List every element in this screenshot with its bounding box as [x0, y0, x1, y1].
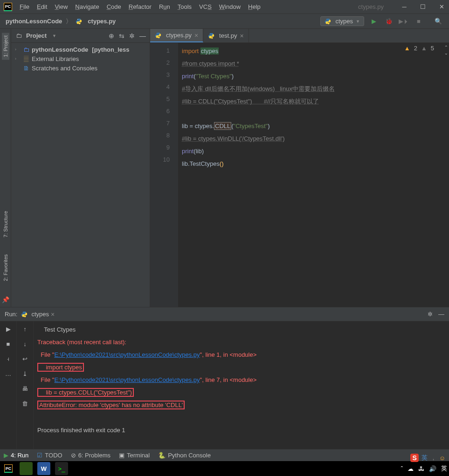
- folder-icon: 🗀: [22, 46, 30, 53]
- python-file-icon: [208, 33, 214, 39]
- dropdown-arrow-icon[interactable]: ▼: [52, 34, 56, 38]
- warning-icon: ▲: [404, 45, 410, 52]
- chevron-right-icon[interactable]: ›: [15, 47, 21, 52]
- run-button[interactable]: ▶: [369, 16, 379, 27]
- ime-indicator[interactable]: S 英 ， ☺: [409, 453, 446, 463]
- weak-warning-count: 5: [431, 45, 434, 52]
- bottom-terminal-tab[interactable]: ▣Terminal: [119, 452, 150, 459]
- settings-gear-icon[interactable]: ✲: [129, 32, 135, 40]
- tree-external-libs[interactable]: › 𝄛 External Libraries: [11, 54, 150, 63]
- tree-item-label: External Libraries: [32, 55, 79, 62]
- close-tab-icon[interactable]: ×: [51, 311, 55, 318]
- line-number: 10: [150, 154, 170, 166]
- tray-ime-icon[interactable]: 英: [441, 464, 447, 473]
- ime-emoji-icon[interactable]: ☺: [439, 455, 445, 462]
- close-tab-icon[interactable]: ×: [240, 32, 243, 40]
- collapse-panel-icon[interactable]: —: [139, 32, 146, 40]
- tray-network-icon[interactable]: 🖧: [418, 465, 424, 472]
- taskbar-word-icon[interactable]: W: [37, 462, 50, 475]
- breadcrumb-file[interactable]: ctypes.py: [88, 18, 116, 25]
- taskbar-app-icon[interactable]: [20, 462, 33, 475]
- taskbar-terminal-icon[interactable]: >_: [55, 462, 68, 475]
- stop-button: ■: [414, 16, 424, 27]
- search-button[interactable]: 🔍: [433, 16, 443, 27]
- rerun-button[interactable]: ▶: [4, 324, 13, 333]
- titlebar: PC File Edit View Navigate Code Refactor…: [0, 0, 449, 14]
- up-stack-icon[interactable]: ↑: [21, 324, 30, 333]
- locate-icon[interactable]: ⊕: [109, 32, 114, 40]
- run-header: Run: ctypes × ✲ —: [0, 307, 449, 321]
- fold-controls[interactable]: ˆˇ: [445, 45, 447, 60]
- menu-vcs[interactable]: VCS: [199, 3, 212, 10]
- menu-code[interactable]: Code: [107, 3, 121, 10]
- tree-root-suffix: [python_less: [92, 46, 129, 53]
- editor-body[interactable]: 1 2 3 4 5 6 7 8 9 10 import ctypes #from…: [150, 43, 449, 307]
- editor-tab-bar: ctypes.py × test.py ×: [150, 29, 449, 43]
- settings-gear-icon[interactable]: ✲: [428, 311, 433, 318]
- bottom-run-tab[interactable]: ▶4: Run: [4, 452, 28, 459]
- bottom-pyconsole-tab[interactable]: 🐍Python Console: [158, 452, 211, 459]
- print-icon[interactable]: 🖶: [21, 384, 30, 393]
- line-number: 3: [150, 69, 170, 81]
- scratch-icon: 🗎: [22, 64, 30, 72]
- soft-wrap-icon[interactable]: ↩: [21, 354, 30, 363]
- taskbar: PC W >_ ˆ ☁ 🖧 🔊 英: [0, 461, 449, 476]
- window-close-icon[interactable]: ✕: [438, 3, 445, 11]
- editor-tab-ctypes[interactable]: ctypes.py ×: [150, 29, 203, 42]
- ellipsis-button[interactable]: …: [4, 369, 13, 378]
- menu-tools[interactable]: Tools: [178, 3, 192, 10]
- code-content[interactable]: import ctypes #from ctypes import * prin…: [178, 43, 449, 307]
- line-number: 8: [150, 129, 170, 142]
- tray-cloud-icon[interactable]: ☁: [408, 465, 414, 472]
- project-tool-tab[interactable]: 1: Project: [2, 33, 9, 60]
- python-file-icon: [21, 311, 28, 318]
- line-number: 4: [150, 81, 170, 93]
- scroll-end-icon[interactable]: ⤓: [21, 369, 30, 378]
- expand-icon[interactable]: ⇆: [119, 32, 124, 40]
- menu-view[interactable]: View: [55, 3, 68, 10]
- tree-scratches[interactable]: 🗎 Scratches and Consoles: [11, 63, 150, 73]
- run-config-select[interactable]: ctypes ▼: [320, 16, 365, 26]
- coverage-button[interactable]: ▶⏵: [399, 16, 409, 27]
- debug-button[interactable]: 🐞: [384, 16, 394, 27]
- inspection-summary[interactable]: ▲2 ▲5: [404, 45, 434, 52]
- clear-icon[interactable]: 🗑: [21, 399, 30, 408]
- breadcrumb-root[interactable]: pythonLessonCode: [6, 18, 62, 25]
- favorites-tool-tab[interactable]: 2: Favorites: [2, 252, 9, 284]
- close-tab-icon[interactable]: ×: [194, 32, 198, 39]
- layout-button[interactable]: ⫞: [4, 354, 13, 363]
- chevron-right-icon[interactable]: ›: [15, 56, 21, 61]
- taskbar-pycharm-icon[interactable]: PC: [2, 462, 15, 475]
- window-maximize-icon[interactable]: ☐: [419, 3, 427, 11]
- menu-file[interactable]: File: [20, 3, 29, 10]
- tree-root[interactable]: › 🗀 pythonLessonCode [python_less: [11, 45, 150, 54]
- menu-run[interactable]: Run: [159, 3, 170, 10]
- menu-help[interactable]: Help: [248, 3, 261, 10]
- bottom-todo-tab[interactable]: ☑TODO: [37, 452, 62, 459]
- run-body: ▶ ■ ⫞ … ↑ ↓ ↩ ⤓ 🖶 🗑 Test Ctypes Tracebac…: [0, 321, 449, 449]
- hide-panel-icon[interactable]: —: [438, 311, 444, 318]
- run-config-label: ctypes: [336, 18, 353, 25]
- run-gutter-2: ↑ ↓ ↩ ⤓ 🖶 🗑: [17, 321, 34, 449]
- bottom-problems-tab[interactable]: ⊘6: Problems: [71, 452, 111, 459]
- line-number: 6: [150, 105, 170, 117]
- tray-arrow-icon[interactable]: ˆ: [401, 465, 403, 472]
- structure-tool-tab[interactable]: 7: Structure: [2, 208, 9, 240]
- todo-icon: ☑: [37, 452, 42, 459]
- run-tab[interactable]: ctypes ×: [21, 311, 55, 318]
- editor-tab-test[interactable]: test.py ×: [203, 29, 249, 42]
- down-stack-icon[interactable]: ↓: [21, 339, 30, 348]
- menu-refactor[interactable]: Refactor: [129, 3, 152, 10]
- pin-icon[interactable]: 📌: [1, 295, 10, 304]
- menu-window[interactable]: Window: [219, 3, 241, 10]
- project-panel-title[interactable]: Project: [26, 32, 47, 39]
- window-minimize-icon[interactable]: ─: [401, 3, 408, 11]
- menu-edit[interactable]: Edit: [37, 3, 47, 10]
- stop-button: ■: [4, 339, 13, 348]
- terminal-icon: ▣: [119, 452, 124, 459]
- project-tree: › 🗀 pythonLessonCode [python_less › 𝄛 Ex…: [11, 43, 150, 307]
- console-output[interactable]: Test Ctypes Traceback (most recent call …: [34, 321, 449, 449]
- tray-volume-icon[interactable]: 🔊: [429, 465, 436, 472]
- menu-navigate[interactable]: Navigate: [75, 3, 99, 10]
- tree-root-label: pythonLessonCode: [32, 46, 88, 53]
